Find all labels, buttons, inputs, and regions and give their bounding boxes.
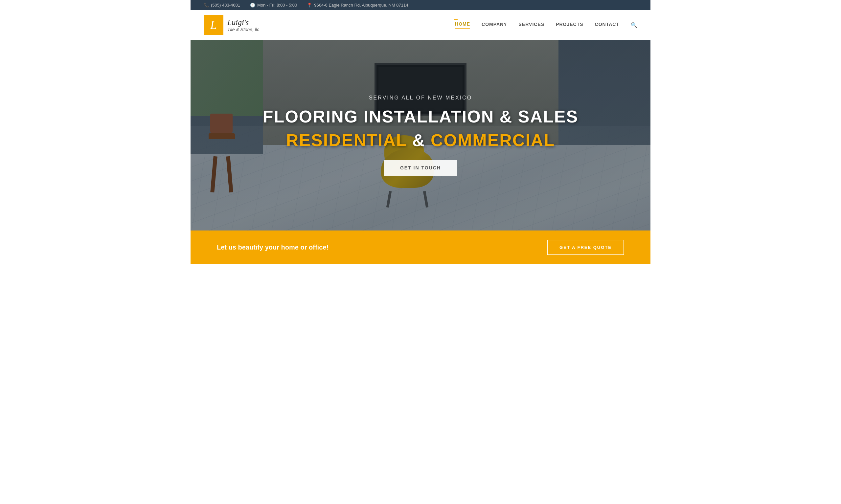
logo-icon: L [204, 15, 223, 35]
nav-home[interactable]: HOME [455, 21, 470, 29]
free-quote-button[interactable]: GET A FREE QUOTE [547, 240, 624, 255]
get-in-touch-button[interactable]: GET IN TOUCH [384, 160, 457, 176]
location-icon: 📍 [307, 3, 312, 7]
cta-text: Let us beautify your home or office! [217, 244, 329, 251]
address-text: 9664-6 Eagle Ranch Rd, Albuquerque, NM 8… [314, 3, 408, 7]
hero-subtitle: SERVING ALL OF NEW MEXICO [369, 95, 472, 101]
logo-subtitle: Tile & Stone, llc [227, 27, 259, 32]
hero-title-line2: RESIDENTIAL & COMMERCIAL [286, 130, 555, 150]
hero-residential: RESIDENTIAL [286, 131, 407, 150]
hero-section: SERVING ALL OF NEW MEXICO FLOORING INSTA… [191, 40, 650, 231]
phone-icon: 📞 [204, 3, 209, 7]
nav-services[interactable]: SERVICES [519, 22, 545, 28]
header: L Luigi's Tile & Stone, llc HOME COMPANY… [191, 10, 650, 40]
nav-projects[interactable]: PROJECTS [556, 22, 583, 28]
hero-title-line1: FLOORING INSTALLATION & SALES [263, 107, 578, 126]
cta-bar: Let us beautify your home or office! GET… [191, 231, 650, 264]
address-item: 📍 9664-6 Eagle Ranch Rd, Albuquerque, NM… [307, 3, 408, 7]
top-bar: 📞 (505) 433-4681 🕐 Mon - Fri: 8:00 - 5:0… [191, 0, 650, 10]
phone-number: (505) 433-4681 [211, 3, 240, 7]
hours-item: 🕐 Mon - Fri: 8:00 - 5:00 [250, 3, 297, 7]
logo[interactable]: L Luigi's Tile & Stone, llc [204, 15, 259, 35]
phone-item: 📞 (505) 433-4681 [204, 3, 240, 7]
hero-content: SERVING ALL OF NEW MEXICO FLOORING INSTA… [191, 40, 650, 231]
main-nav: HOME COMPANY SERVICES PROJECTS CONTACT 🔍 [455, 21, 637, 29]
clock-icon: 🕐 [250, 3, 255, 7]
logo-name: Luigi's [227, 18, 259, 27]
hero-ampersand: & [412, 131, 431, 150]
logo-text: Luigi's Tile & Stone, llc [227, 18, 259, 32]
nav-company[interactable]: COMPANY [481, 22, 507, 28]
hero-commercial: COMMERCIAL [431, 131, 555, 150]
nav-contact[interactable]: CONTACT [595, 22, 619, 28]
business-hours: Mon - Fri: 8:00 - 5:00 [257, 3, 297, 7]
search-button[interactable]: 🔍 [631, 22, 637, 28]
